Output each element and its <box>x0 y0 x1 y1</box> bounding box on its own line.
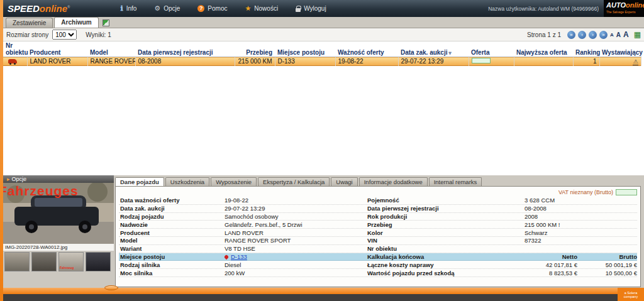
field-row: Wariant V8 TD HSE Nr obiektu <box>119 245 637 253</box>
page-size-select[interactable]: 100 <box>52 30 77 40</box>
detail-tab-uszkodzenia[interactable]: Uszkodzenia <box>165 177 209 186</box>
thumbnail-2[interactable] <box>31 252 57 271</box>
col-header-waznosc-oferty[interactable]: Ważność oferty <box>335 41 398 57</box>
menu-news-label: Nowości <box>254 5 278 12</box>
logo-online: online <box>40 3 67 14</box>
footer-dark-bar <box>0 294 644 301</box>
thumbnail-1[interactable] <box>4 252 30 271</box>
col-header-data-zak-aukcji[interactable]: Data zak. aukcji <box>398 41 469 57</box>
font-size-large-button[interactable] <box>623 31 629 39</box>
pre-damage-value-brutto: 10 500,00 € <box>577 270 637 276</box>
field-label: Data zak. aukcji <box>119 205 225 212</box>
field-value: 215 000 KM ! <box>525 221 637 228</box>
export-list-icon[interactable] <box>103 19 109 26</box>
page-info: Strona 1 z 1 <box>527 31 561 38</box>
tab-zestawienie[interactable]: Zestawienie <box>6 18 53 28</box>
field-label: Łączne koszty naprawy <box>367 261 525 268</box>
menu-news[interactable]: Nowości <box>245 4 278 13</box>
brand-logo: AUTOonline The Salvage Experts <box>604 0 644 17</box>
field-row: Data zak. aukcji 29-07-22 13:29 Data pie… <box>119 205 637 213</box>
logo-speed: SPEED <box>8 3 40 14</box>
logo-mark: ® <box>67 5 70 9</box>
detail-tab-dane-pojazdu[interactable]: Dane pojazdu <box>115 177 164 186</box>
field-label: Moc silnika <box>119 270 225 276</box>
location-link[interactable]: D-133 <box>231 253 247 260</box>
field-value: 200 kW <box>225 270 367 276</box>
vehicle-photo[interactable]: Fahrzeuges <box>3 183 114 244</box>
col-header-przebieg[interactable]: Przebieg <box>235 41 275 57</box>
menu-info[interactable]: Info <box>120 4 136 13</box>
thumbnail-4[interactable] <box>86 252 111 271</box>
field-row: Rodzaj silnika Diesel Łączne koszty napr… <box>119 261 637 269</box>
field-value: 19-08-22 <box>225 197 367 204</box>
cell-waznosc-oferty: 19-08-22 <box>335 57 398 66</box>
col-header-miejsce-postoju[interactable]: Miejsce postoju <box>275 41 335 57</box>
footer-drag-handle[interactable] <box>104 285 118 290</box>
menu-logout-label: Wyloguj <box>304 5 326 12</box>
vat-input-box[interactable] <box>616 189 637 195</box>
menu-help-label: Pomoc <box>208 5 227 12</box>
footer-brand-text: a Solera company <box>618 288 644 301</box>
gear-icon <box>154 4 160 13</box>
table-row[interactable]: LAND ROVER RANGE ROVER SPOR... 08-2008 2… <box>3 57 641 66</box>
col-header-model[interactable]: Model <box>87 41 135 57</box>
col-header-ranking[interactable]: Ranking <box>573 41 599 57</box>
menu-logout[interactable]: Wyloguj <box>296 4 326 13</box>
brand-tagline: The Salvage Experts <box>606 9 641 15</box>
pre-damage-value-netto: 8 823,53 € <box>525 270 577 276</box>
report-warning-icon[interactable] <box>633 58 638 65</box>
pager-last-button[interactable] <box>599 31 608 39</box>
field-value: 2008 <box>525 213 637 220</box>
results-count: Wyniki: 1 <box>86 31 111 38</box>
field-label: Kolor <box>367 229 525 236</box>
pager-prev-button[interactable] <box>578 31 586 39</box>
options-expander[interactable]: ▸Opcje <box>3 175 114 183</box>
pager-first-button[interactable] <box>567 31 575 39</box>
col-header-wystawiajacy[interactable]: Wystawiający <box>599 41 641 57</box>
vehicle-detail-panel: VAT nieznany (Brutto) Data ważności ofer… <box>115 186 641 287</box>
offer-input-box[interactable] <box>472 58 491 63</box>
vat-label: VAT nieznany (Brutto) <box>558 189 613 195</box>
netto-column-header: Netto <box>525 253 577 260</box>
sort-desc-icon <box>448 50 451 56</box>
menu-options[interactable]: Opcje <box>154 4 180 13</box>
col-header-najwyzsza-oferta[interactable]: Najwyższa oferta <box>514 41 573 57</box>
field-label: Producent <box>119 229 225 236</box>
field-row: Rodzaj pojazdu Samochód osobowy Rok prod… <box>119 213 637 221</box>
repair-cost-brutto: 50 001,19 € <box>577 261 637 268</box>
col-header-data-rejestracji[interactable]: Data pierwszej rejestracji <box>135 41 235 57</box>
field-value: Diesel <box>225 261 367 268</box>
brand-auto: AUTO <box>606 1 626 9</box>
pager-next-button[interactable] <box>589 31 597 39</box>
field-value: 3 628 CCM <box>525 197 637 204</box>
field-value: RANGE ROVER SPORT <box>225 237 367 244</box>
col-header-nr-obiektu[interactable]: Nr obiektu <box>3 41 27 57</box>
field-label: Wariant <box>119 245 225 252</box>
detail-tab-internal-remarks[interactable]: Internal remarks <box>429 177 482 186</box>
cell-przebieg: 215 000 KM <box>235 57 275 66</box>
footer-bar <box>0 288 644 294</box>
field-value: 87322 <box>525 237 637 244</box>
detail-tab-wyposazenie[interactable]: Wyposażenie <box>211 177 257 186</box>
col-header-producent[interactable]: Producent <box>27 41 87 57</box>
tab-archiwum[interactable]: Archiwum <box>54 17 98 28</box>
thumbnail-3[interactable]: Fahrzeug <box>58 252 84 271</box>
field-label: Miejsce postoju <box>119 253 225 260</box>
detail-tab-uwagi[interactable]: Uwagi <box>331 177 357 186</box>
field-value: Geländefz. Pers.bef., 5 Drzwi <box>225 221 367 228</box>
detail-tab-informacje-dodatkowe[interactable]: Informacje dodatkowe <box>359 177 428 186</box>
excel-export-icon[interactable] <box>634 30 641 39</box>
field-label: VIN <box>367 237 525 244</box>
font-size-medium-button[interactable] <box>616 31 621 39</box>
menu-help[interactable]: Pomoc <box>197 4 227 13</box>
col-header-oferta[interactable]: Oferta <box>469 41 514 57</box>
font-size-small-button[interactable] <box>610 31 614 39</box>
field-label: Wartość pojazdu przed szkodą <box>367 270 525 276</box>
main-tabs: Zestawienie Archiwum <box>3 17 644 28</box>
field-value: Schwarz <box>525 229 637 236</box>
app-logo: SPEEDonline® <box>8 3 70 14</box>
detail-tab-ekspertyza[interactable]: Ekspertyza / Kalkulacja <box>258 177 330 186</box>
help-icon <box>197 5 204 12</box>
field-label: Model <box>119 237 225 244</box>
field-label: Pojemność <box>367 197 525 204</box>
